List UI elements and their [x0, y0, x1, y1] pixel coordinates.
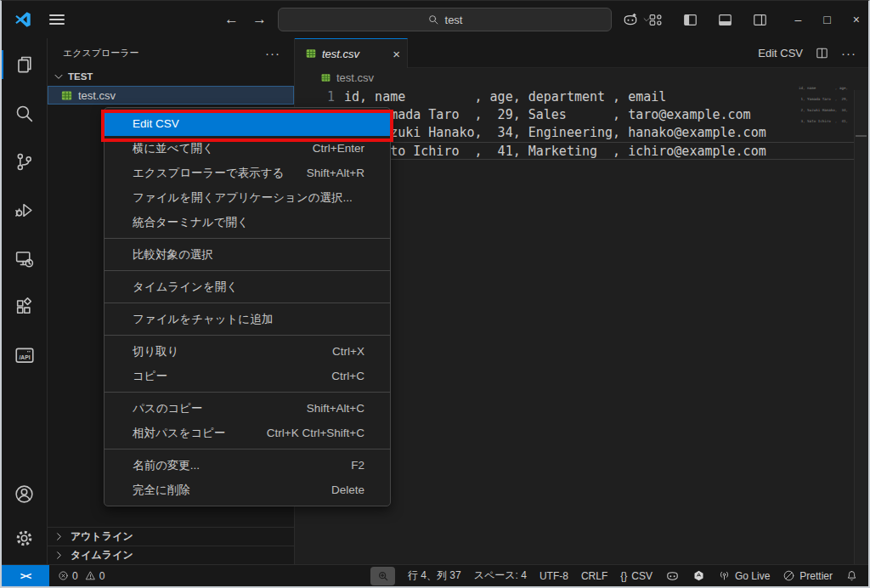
eol-sequence[interactable]: CRLF: [581, 570, 607, 582]
indentation[interactable]: スペース: 4: [474, 568, 527, 583]
files-icon: [14, 54, 36, 76]
menu-label: 名前の変更...: [133, 458, 200, 473]
notifications-bell[interactable]: [845, 569, 858, 582]
account-button[interactable]: [2, 472, 48, 515]
menu-item-rename[interactable]: 名前の変更... F2: [105, 453, 390, 478]
scrollbar-track[interactable]: [854, 90, 868, 564]
breadcrumb-item: test.csv: [336, 71, 374, 84]
scrollbar-thumb[interactable]: [856, 135, 867, 137]
menu-item-copy[interactable]: コピー Ctrl+C: [105, 364, 390, 388]
menu-item-copy-relative-path[interactable]: 相対パスをコピー Ctrl+K Ctrl+Shift+C: [105, 421, 390, 445]
outline-section[interactable]: アウトライン: [48, 527, 294, 546]
file-context-menu: Edit CSV 横に並べて開く Ctrl+Enter エクスプローラーで表示す…: [104, 107, 391, 506]
cursor-position[interactable]: 行 4、列 37: [408, 568, 461, 583]
menu-item-add-file-to-chat[interactable]: ファイルをチャットに追加: [105, 307, 390, 331]
menu-separator: [105, 335, 390, 336]
toggle-primary-sidebar-icon[interactable]: [682, 12, 698, 28]
remote-monitor-icon: [14, 248, 35, 269]
activity-extensions[interactable]: [2, 286, 48, 328]
toggle-secondary-sidebar-icon[interactable]: [752, 12, 768, 28]
line-text: 1, Yamada Taro , 29, Sales , taro@exampl…: [335, 106, 751, 124]
csv-file-icon: [60, 89, 73, 102]
minimap[interactable]: id, name , age, department , email 1, Ya…: [799, 79, 848, 132]
copilot-icon: [665, 568, 680, 583]
edit-csv-action-button[interactable]: Edit CSV: [758, 47, 803, 59]
menu-shortcut: F2: [351, 459, 364, 472]
go-live-button[interactable]: Go Live: [718, 569, 770, 582]
window-maximize-button[interactable]: □: [823, 13, 830, 26]
zoom-in-icon: [377, 570, 389, 582]
line-number: 1: [295, 88, 335, 106]
tab-label: test.csv: [322, 48, 387, 60]
copilot-status[interactable]: [665, 568, 680, 583]
encoding[interactable]: UTF-8: [540, 570, 568, 582]
menu-item-open-timeline[interactable]: タイムラインを開く: [105, 274, 390, 299]
zoom-indicator[interactable]: [370, 567, 395, 585]
error-count: 0: [72, 570, 78, 582]
activity-remote-explorer[interactable]: [2, 237, 48, 280]
activity-api-client[interactable]: /API: [2, 334, 48, 376]
menu-label: ファイルを開くアプリケーションの選択...: [133, 190, 353, 206]
activity-run-debug[interactable]: [2, 189, 48, 231]
tab-test-csv[interactable]: test.csv ×: [295, 38, 408, 68]
menu-shortcut: Ctrl+Enter: [313, 142, 364, 155]
breadcrumb[interactable]: test.csv: [295, 68, 868, 87]
prettier-status[interactable]: Prettier: [782, 569, 833, 582]
bell-icon: [845, 569, 858, 582]
back-button[interactable]: ←: [224, 11, 239, 28]
menu-item-open-with[interactable]: ファイルを開くアプリケーションの選択...: [105, 185, 390, 210]
git-branch-icon: [14, 151, 35, 172]
menu-label: コピー: [133, 369, 167, 384]
search-value: test: [445, 14, 463, 26]
window-close-button[interactable]: ×: [853, 13, 860, 26]
menu-shortcut: Shift+Alt+R: [307, 167, 364, 179]
chevron-right-icon: [53, 549, 65, 562]
language-pack-status[interactable]: [692, 569, 705, 582]
copilot-button[interactable]: [622, 8, 651, 31]
menu-item-cut[interactable]: 切り取り Ctrl+X: [105, 339, 390, 364]
line-text: id, name , age, department , email: [335, 88, 666, 106]
copilot-icon: [622, 11, 639, 28]
extensions-icon: [14, 297, 35, 318]
window-minimize-button[interactable]: –: [795, 13, 802, 26]
vscode-logo-icon: [14, 10, 32, 29]
debug-icon: [14, 200, 35, 221]
activity-search[interactable]: [2, 92, 48, 134]
menu-item-copy-path[interactable]: パスのコピー Shift+Alt+C: [105, 396, 390, 421]
language-mode[interactable]: {} CSV: [620, 570, 652, 582]
command-center-search[interactable]: test: [278, 8, 612, 31]
forward-button[interactable]: →: [252, 11, 267, 28]
menu-separator: [105, 392, 390, 393]
problems-status[interactable]: 0 0: [58, 570, 105, 582]
customize-layout-icon[interactable]: [647, 12, 664, 28]
title-bar: ← → test –: [2, 1, 868, 38]
menu-item-delete-permanently[interactable]: 完全に削除 Delete: [105, 478, 390, 502]
menu-item-select-for-compare[interactable]: 比較対象の選択: [105, 242, 390, 267]
tab-close-icon[interactable]: ×: [393, 47, 400, 61]
menu-hamburger-icon[interactable]: [49, 11, 65, 27]
toggle-panel-icon[interactable]: [717, 12, 733, 28]
file-item-test-csv[interactable]: test.csv: [48, 86, 294, 105]
more-actions-icon[interactable]: ···: [265, 46, 280, 60]
menu-item-open-to-side[interactable]: 横に並べて開く Ctrl+Enter: [105, 136, 390, 161]
circle-slash-icon: [782, 569, 795, 582]
split-editor-icon[interactable]: [815, 46, 829, 60]
menu-label: 統合ターミナルで開く: [133, 215, 249, 230]
go-live-label: Go Live: [735, 570, 770, 582]
timeline-section[interactable]: タイムライン: [48, 546, 294, 564]
remote-indicator[interactable]: ><: [2, 565, 49, 587]
menu-shortcut: Ctrl+X: [332, 345, 364, 358]
activity-explorer[interactable]: [2, 43, 48, 86]
menu-item-open-in-terminal[interactable]: 統合ターミナルで開く: [105, 210, 390, 235]
status-bar: >< 0 0 行 4、列 37 スペース: 4 UTF-8 CRLF {} CS…: [2, 564, 868, 586]
folder-section-test[interactable]: TEST: [48, 67, 294, 86]
menu-item-edit-csv[interactable]: Edit CSV: [105, 111, 390, 136]
warning-count: 0: [99, 570, 105, 582]
activity-source-control[interactable]: [2, 140, 48, 183]
activity-bar: /API: [2, 38, 48, 564]
folder-name: TEST: [68, 71, 93, 82]
menu-item-reveal-in-explorer[interactable]: エクスプローラーで表示する Shift+Alt+R: [105, 161, 390, 185]
settings-button[interactable]: [2, 517, 48, 559]
more-actions-icon[interactable]: ···: [841, 46, 856, 60]
menu-shortcut: Ctrl+C: [331, 370, 364, 382]
